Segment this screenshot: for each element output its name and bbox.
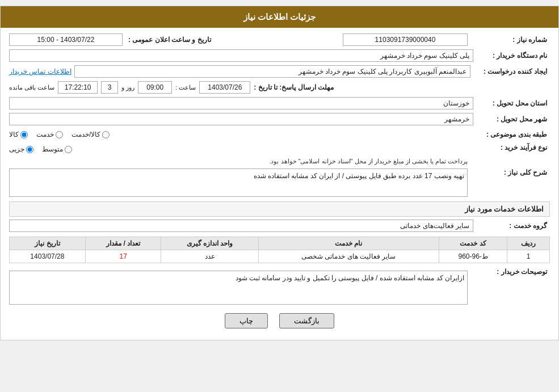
need-number-label: شماره نیاز :: [473, 36, 547, 44]
service-group-value: سایر فعالیت‌های خدماتی: [9, 220, 473, 232]
service-group-label: گروه خدمت :: [473, 222, 547, 230]
col-date: تاریخ نیاز: [10, 237, 86, 250]
radio-goods-service[interactable]: کالا/خدمت: [72, 130, 110, 138]
buttons-row: بازگشت چاپ: [9, 313, 550, 328]
city-label: شهر محل تحویل :: [473, 115, 547, 123]
category-label: طبقه بندی موضوعی :: [473, 130, 547, 138]
col-row: ردیف: [507, 237, 550, 250]
col-qty: تعداد / مقدار: [85, 237, 161, 250]
services-title: اطلاعات خدمات مورد نیاز: [9, 201, 550, 217]
table-row: 1ط-96-960سایر فعالیت هاى خدماتى شخصىعدد1…: [10, 250, 550, 263]
page-title: جزئیات اطلاعات نیاز: [243, 12, 316, 22]
print-button[interactable]: چاپ: [225, 313, 268, 328]
creator-value: عبدالمنعم آلبوبیری کاربردار پلی کلینیک س…: [74, 65, 470, 78]
contact-link[interactable]: اطلاعات تماس خریدار: [9, 68, 72, 75]
buyer-station-value: پلی کلینیک سوم خرداد خرمشهر: [9, 49, 473, 62]
col-name: نام خدمت: [258, 237, 439, 250]
province-label: استان محل تحویل :: [473, 99, 547, 107]
response-days: 3: [101, 81, 118, 94]
radio-partial[interactable]: جزیی: [9, 145, 33, 153]
services-table: ردیف کد خدمت نام خدمت واحد اندازه گیری ت…: [9, 237, 550, 263]
response-remaining-label: ساعت باقی مانده: [9, 84, 54, 91]
response-days-label: روز و: [121, 84, 135, 91]
buyer-notes-value: ازایران کد مشابه استفاده شده / فایل پیوس…: [9, 271, 468, 305]
col-code: کد خدمت: [439, 237, 507, 250]
announcement-date-label: تاریخ و ساعت اعلان عمومی :: [128, 36, 211, 44]
back-button[interactable]: بازگشت: [279, 313, 334, 328]
radio-goods[interactable]: کالا: [9, 130, 28, 138]
response-deadline-label: مهلت ارسال پاسخ: تا تاریخ :: [254, 83, 334, 91]
description-value: تهیه ونصب 17 عدد برده طبق فایل پیوستی / …: [9, 168, 468, 197]
col-unit: واحد اندازه گیری: [161, 237, 258, 250]
response-date: 1403/07/26: [199, 81, 250, 94]
process-label: نوع فرآیند خرید :: [473, 144, 547, 151]
description-label: شرح کلی نیاز :: [473, 168, 547, 176]
need-number-value: 1103091739000040: [343, 33, 468, 46]
radio-service[interactable]: خدمت: [36, 130, 63, 138]
buyer-station-label: نام دستگاه خریدار :: [473, 52, 547, 60]
response-time-label: ساعت :: [175, 84, 196, 91]
city-value: خرمشهر: [9, 113, 473, 125]
process-note: پرداخت تمام یا بخشی از مبلغ خریدار از مح…: [269, 158, 468, 165]
creator-label: ایجاد کننده درخواست :: [473, 68, 547, 75]
buyer-notes-label: توصیحات خریدار :: [473, 268, 547, 276]
province-value: خوزستان: [9, 97, 473, 109]
announcement-date-value: 1403/07/22 - 15:00: [9, 33, 123, 46]
page-header: جزئیات اطلاعات نیاز: [1, 6, 558, 28]
radio-medium[interactable]: متوسط: [42, 145, 72, 153]
response-time: 09:00: [138, 81, 172, 94]
response-remaining: 17:22:10: [58, 81, 98, 94]
